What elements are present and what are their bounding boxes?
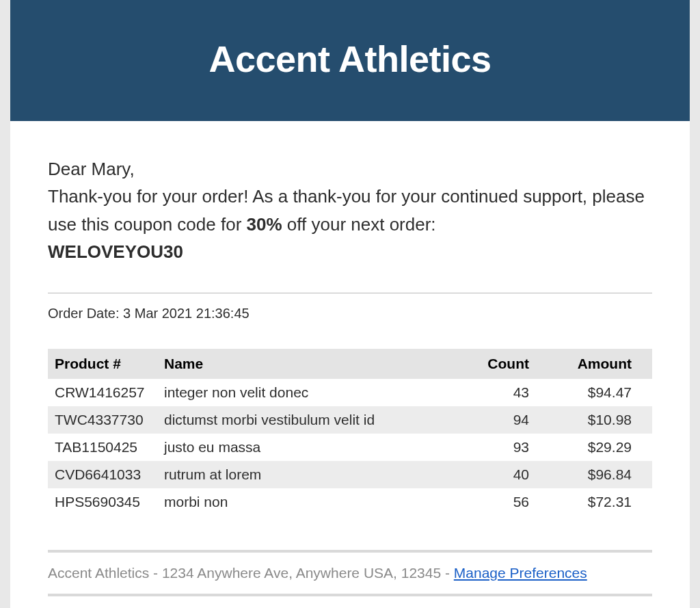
table-row: TAB1150425 justo eu massa 93 $29.29 (48, 434, 652, 461)
cell-amount: $10.98 (550, 406, 652, 434)
cell-count: 93 (461, 434, 550, 461)
manage-preferences-link[interactable]: Manage Preferences (454, 565, 587, 581)
cell-product: TWC4337730 (48, 406, 157, 434)
cell-product: TAB1150425 (48, 434, 157, 461)
cell-amount: $96.84 (550, 461, 652, 488)
table-header-row: Product # Name Count Amount (48, 349, 652, 379)
order-date-value: 3 Mar 2021 21:36:45 (123, 306, 250, 321)
cell-amount: $29.29 (550, 434, 652, 461)
cell-count: 56 (461, 488, 550, 516)
col-amount: Amount (550, 349, 652, 379)
cell-count: 43 (461, 379, 550, 406)
email-page: Accent Athletics Dear Mary, Thank-you fo… (10, 0, 690, 608)
divider (48, 293, 652, 293)
cell-product: CRW1416257 (48, 379, 157, 406)
col-product: Product # (48, 349, 157, 379)
cell-product: CVD6641033 (48, 461, 157, 488)
footer: Accent Athletics - 1234 Anywhere Ave, An… (48, 550, 652, 596)
col-count: Count (461, 349, 550, 379)
cell-name: integer non velit donec (157, 379, 461, 406)
content: Dear Mary, Thank-you for your order! As … (10, 121, 690, 608)
cell-product: HPS5690345 (48, 488, 157, 516)
order-date-row: Order Date: 3 Mar 2021 21:36:45 (48, 306, 652, 321)
cell-count: 94 (461, 406, 550, 434)
thank-you-post: off your next order: (282, 214, 436, 235)
header: Accent Athletics (10, 0, 690, 121)
salutation: Dear Mary, (48, 159, 135, 179)
cell-name: rutrum at lorem (157, 461, 461, 488)
coupon-code: WELOVEYOU30 (48, 241, 183, 262)
table-row: CVD6641033 rutrum at lorem 40 $96.84 (48, 461, 652, 488)
order-date-label: Order Date: (48, 306, 123, 321)
greeting-block: Dear Mary, Thank-you for your order! As … (48, 155, 652, 265)
footer-text: Accent Athletics - 1234 Anywhere Ave, An… (48, 565, 454, 581)
cell-amount: $72.31 (550, 488, 652, 516)
cell-count: 40 (461, 461, 550, 488)
cell-amount: $94.47 (550, 379, 652, 406)
company-title: Accent Athletics (24, 38, 676, 80)
table-row: TWC4337730 dictumst morbi vestibulum vel… (48, 406, 652, 434)
order-table: Product # Name Count Amount CRW1416257 i… (48, 349, 652, 516)
discount-amount: 30% (247, 214, 282, 235)
col-name: Name (157, 349, 461, 379)
cell-name: dictumst morbi vestibulum velit id (157, 406, 461, 434)
cell-name: justo eu massa (157, 434, 461, 461)
cell-name: morbi non (157, 488, 461, 516)
table-row: CRW1416257 integer non velit donec 43 $9… (48, 379, 652, 406)
table-row: HPS5690345 morbi non 56 $72.31 (48, 488, 652, 516)
